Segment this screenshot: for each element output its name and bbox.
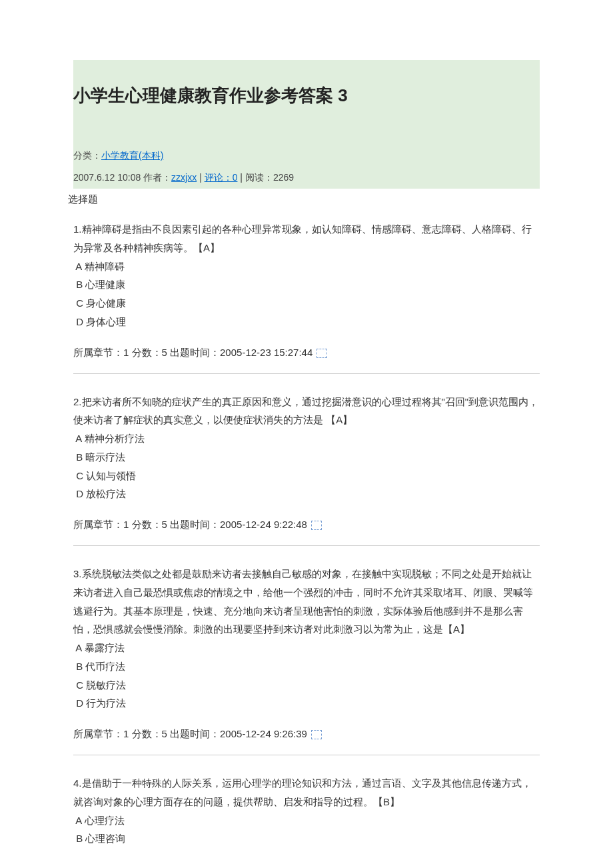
read-count: 阅读：2269: [245, 172, 294, 183]
category-link[interactable]: 小学教育(本科): [101, 150, 163, 161]
author-label: 作者：: [143, 172, 171, 183]
placeholder-icon: [311, 730, 322, 739]
divider: [73, 755, 540, 755]
post-date: 2007.6.12 10:08: [73, 172, 141, 183]
option-a: A 心理疗法: [73, 811, 540, 830]
category-row: 分类：小学教育(本科): [73, 145, 540, 167]
option-a: A 精神分析疗法: [73, 429, 540, 448]
separator: |: [240, 172, 245, 183]
option-c: C 脱敏疗法: [73, 676, 540, 695]
option-c: C 身心健康: [73, 294, 540, 313]
question-block: 3.系统脱敏法类似之处都是鼓励来访者去接触自己敏感的对象，在接触中实现脱敏；不同…: [73, 565, 540, 743]
option-b: B 暗示疗法: [73, 448, 540, 467]
divider: [73, 545, 540, 546]
category-label: 分类：: [73, 150, 101, 161]
option-a: A 精神障碍: [73, 257, 540, 276]
option-b: B 心理咨询: [73, 829, 540, 848]
question-meta: 所属章节：1 分数：5 出题时间：2005-12-24 9:26:39: [73, 725, 540, 743]
placeholder-icon: [316, 349, 327, 358]
page-title: 小学生心理健康教育作业参考答案 3: [73, 80, 540, 145]
option-d: D 行为疗法: [73, 694, 540, 713]
section-label: 选择题: [68, 189, 540, 220]
question-text: 1.精神障碍是指由不良因素引起的各种心理异常现象，如认知障碍、情感障碍、意志障碍…: [73, 220, 540, 257]
option-a: A 暴露疗法: [73, 639, 540, 657]
header-box: 小学生心理健康教育作业参考答案 3 分类：小学教育(本科) 2007.6.12 …: [73, 60, 540, 189]
separator: |: [199, 172, 205, 183]
divider: [73, 373, 540, 374]
author-link[interactable]: zzxjxx: [171, 172, 197, 183]
meta-row: 2007.6.12 10:08 作者：zzxjxx | 评论：0 | 阅读：22…: [73, 167, 540, 189]
option-d: D 放松疗法: [73, 485, 540, 503]
option-d: D 身体心理: [73, 313, 540, 331]
question-text: 3.系统脱敏法类似之处都是鼓励来访者去接触自己敏感的对象，在接触中实现脱敏；不同…: [73, 565, 540, 639]
option-c: C 认知与领悟: [73, 467, 540, 485]
option-b: B 代币疗法: [73, 657, 540, 676]
question-meta: 所属章节：1 分数：5 出题时间：2005-12-24 9:22:48: [73, 515, 540, 533]
question-block: 2.把来访者所不知晓的症状产生的真正原因和意义，通过挖掘潜意识的心理过程将其"召…: [73, 393, 540, 534]
question-meta: 所属章节：1 分数：5 出题时间：2005-12-23 15:27:44: [73, 343, 540, 361]
option-b: B 心理健康: [73, 275, 540, 294]
question-text: 4.是借助于一种特殊的人际关系，运用心理学的理论知识和方法，通过言语、文字及其他…: [73, 774, 540, 811]
question-text: 2.把来访者所不知晓的症状产生的真正原因和意义，通过挖掘潜意识的心理过程将其"召…: [73, 393, 540, 430]
placeholder-icon: [311, 521, 322, 530]
question-block: 4.是借助于一种特殊的人际关系，运用心理学的理论知识和方法，通过言语、文字及其他…: [73, 774, 540, 848]
question-block: 1.精神障碍是指由不良因素引起的各种心理异常现象，如认知障碍、情感障碍、意志障碍…: [73, 220, 540, 361]
comments-link[interactable]: 评论：0: [205, 172, 238, 183]
